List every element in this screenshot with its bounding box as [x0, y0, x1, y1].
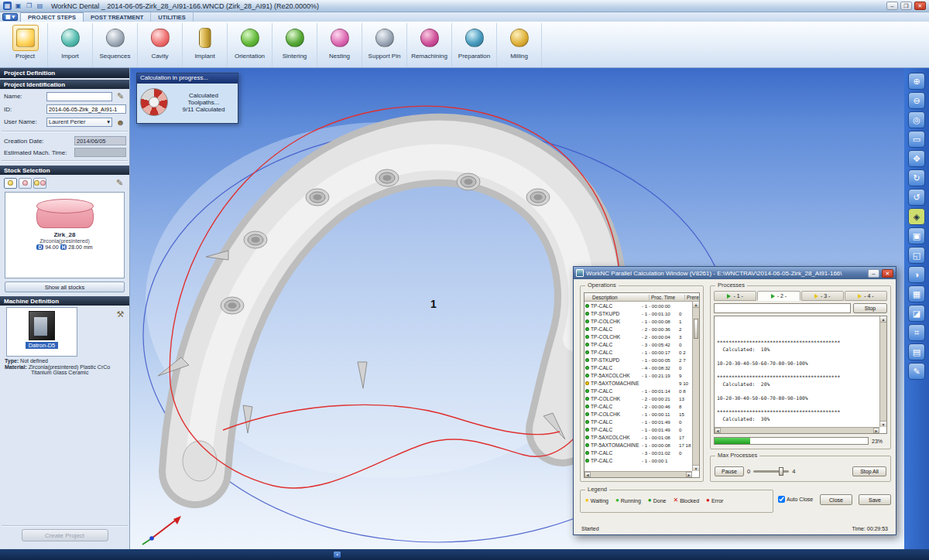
edit-id-icon[interactable]: ✎ [115, 90, 126, 102]
top-view-icon[interactable]: ▣ [908, 227, 925, 244]
id-input[interactable] [46, 104, 126, 114]
operations-hscrollbar[interactable]: ◄► [584, 471, 692, 477]
user-icon[interactable]: ☻ [115, 116, 126, 128]
operation-row[interactable]: TP-STKUPD - 1 - 00:01:10 0 [584, 309, 692, 317]
ribbon-remachining-button[interactable]: Remachining [407, 23, 452, 67]
machine-preview[interactable]: Datron-D5 [6, 307, 77, 357]
operation-row[interactable]: TP-5AXCOLCHK - 1 - 00:21:19 9 [584, 371, 692, 379]
process-command-input[interactable] [714, 303, 851, 313]
pan-icon[interactable]: ✥ [908, 150, 925, 167]
ribbon-sequences-button[interactable]: Sequences [93, 23, 138, 67]
stock-type-3-button[interactable] [33, 178, 46, 189]
ribbon-import-button[interactable]: Import [48, 23, 93, 67]
machine-image [29, 311, 55, 340]
process-tab-1[interactable]: - 1 - [714, 291, 756, 301]
close-dialog-button[interactable]: Close [820, 494, 852, 505]
show-all-stocks-button[interactable]: Show all stocks [5, 282, 125, 292]
measure-icon[interactable]: ⌗ [908, 324, 925, 341]
operation-row[interactable]: TP-CALC - 1 - 00:00:00 [584, 302, 692, 309]
process-tab-3[interactable]: - 3 - [801, 291, 844, 301]
tab-post-treatment[interactable]: POST TREATMENT [84, 12, 151, 22]
stock-type-1-button[interactable] [4, 178, 17, 189]
wireframe-view-icon[interactable]: ▦ [908, 285, 925, 302]
stop-all-button[interactable]: Stop All [852, 466, 886, 476]
operations-scrollbar[interactable]: ▲▼ [692, 302, 699, 471]
pause-button[interactable]: Pause [715, 466, 744, 476]
quick-access-icon-2[interactable]: ▤ [36, 2, 44, 10]
grid-icon[interactable]: ▤ [908, 343, 925, 360]
quick-access-icon[interactable]: ❐ [25, 2, 33, 10]
operation-row[interactable]: TP-CALC - 1 - 00:00:1 [584, 456, 692, 464]
zoom-in-icon[interactable]: ⊕ [908, 73, 925, 90]
stock-preview[interactable]: Zirk_28 Zirconia(presintered) D 94.00 H … [5, 192, 125, 278]
user-name-select[interactable]: Laurent Perier▾ [46, 118, 112, 127]
console-scrollbar[interactable]: ▲▼ [879, 316, 886, 427]
ribbon-nesting-button[interactable]: Nesting [317, 23, 362, 67]
slider-thumb[interactable] [779, 467, 783, 476]
create-project-button[interactable]: Create Project [22, 529, 108, 541]
ribbon-orientation-button[interactable]: Orientation [228, 23, 273, 67]
operation-row[interactable]: TP-5AXTOMACHINE 9 10 [584, 379, 692, 387]
name-input[interactable] [46, 92, 112, 101]
stop-button[interactable]: Stop [853, 303, 887, 313]
save-button[interactable]: Save [859, 494, 891, 505]
operation-row[interactable]: TP-5AXCOLCHK - 1 - 00:01:08 17 [584, 433, 692, 441]
section-view-icon[interactable]: ◪ [908, 305, 925, 322]
save-icon[interactable]: ▣ [14, 2, 22, 10]
app-menu-button[interactable]: ▦ ▾ [2, 13, 18, 21]
operation-row[interactable]: TP-CALC - 3 - 00:05:42 0 [584, 340, 692, 348]
ribbon-implant-button[interactable]: Implant [183, 23, 228, 67]
operation-row[interactable]: TP-5AXTOMACHINE - 1 - 00:00:08 17 18 [584, 441, 692, 449]
maximize-button[interactable]: ❐ [900, 2, 912, 10]
shaded-view-icon[interactable]: ◑ [908, 266, 925, 283]
stock-type-2-button[interactable] [19, 178, 32, 189]
operation-row[interactable]: TP-COLCHK - 2 - 00:00:04 3 [584, 333, 692, 340]
close-button[interactable]: ✕ [914, 2, 926, 10]
operation-row[interactable]: TP-CALC - 4 - 00:08:32 0 [584, 364, 692, 371]
column-header[interactable]: Prerec [685, 295, 699, 300]
operation-row[interactable]: TP-CALC - 1 - 00:01:14 0 8 [584, 387, 692, 394]
calc-window-titlebar[interactable]: WorkNC Parallel Calculation Window (V826… [574, 267, 896, 279]
annotate-icon[interactable]: ✎ [908, 363, 925, 380]
operation-row[interactable]: TP-CALC - 2 - 00:00:46 8 [584, 402, 692, 410]
operation-row[interactable]: TP-STKUPD - 1 - 00:00:05 2 7 [584, 356, 692, 364]
column-header[interactable]: Proc. Time [650, 295, 685, 300]
front-view-icon[interactable]: ◱ [908, 247, 925, 264]
ribbon-sintering-button[interactable]: Sintering [273, 23, 317, 67]
operation-row[interactable]: TP-CALC - 2 - 00:00:36 2 [584, 325, 692, 333]
stock-edit-icon[interactable]: ✎ [114, 177, 125, 189]
taskbar-app-icon[interactable]: ▪ [333, 551, 341, 558]
ribbon-project-button[interactable]: Project [3, 23, 48, 67]
operation-row[interactable]: TP-CALC - 1 - 00:01:49 0 [584, 418, 692, 425]
column-header[interactable]: Description [584, 295, 650, 300]
ribbon-milling-button[interactable]: Milling [497, 23, 542, 67]
tab-utilities[interactable]: UTILITIES [151, 12, 193, 22]
ribbon-preparation-button[interactable]: Preparation [452, 23, 497, 67]
ribbon-support-pin-button[interactable]: Support Pin [362, 23, 407, 67]
calc-minimize-button[interactable]: – [868, 269, 879, 278]
auto-close-input[interactable] [778, 496, 785, 503]
operation-row[interactable]: TP-CALC - 1 - 00:01:49 0 [584, 425, 692, 433]
tab-project-steps[interactable]: PROJECT STEPS [20, 12, 84, 22]
previous-view-icon[interactable]: ↺ [908, 189, 925, 206]
zoom-out-icon[interactable]: ⊖ [908, 92, 925, 109]
minimize-button[interactable]: – [886, 2, 898, 10]
operation-row[interactable]: TP-CALC - 1 - 00:00:17 0 2 [584, 348, 692, 356]
operation-row[interactable]: TP-COLCHK - 2 - 00:00:21 13 [584, 394, 692, 402]
process-tab-2[interactable]: - 2 - [757, 291, 800, 301]
calc-close-button[interactable]: ✕ [882, 269, 893, 278]
app-icon[interactable]: ▦ [3, 2, 12, 10]
operation-row[interactable]: TP-COLCHK - 1 - 00:00:11 15 [584, 410, 692, 418]
operation-row[interactable]: TP-COLCHK - 1 - 00:00:08 1 [584, 317, 692, 325]
ribbon-cavity-button[interactable]: Cavity [138, 23, 183, 67]
operation-row[interactable]: TP-CALC - 3 - 00:01:02 0 [584, 449, 692, 456]
process-tab-4[interactable]: - 4 - [845, 291, 887, 301]
machine-edit-icon[interactable]: ⚒ [115, 309, 126, 320]
rotate-view-icon[interactable]: ↻ [908, 169, 925, 186]
iso-view-icon[interactable]: ◈ [908, 208, 925, 225]
console-hscrollbar[interactable]: ◄► [715, 427, 879, 433]
zoom-window-icon[interactable]: ▭ [908, 131, 925, 148]
max-processes-slider[interactable] [753, 466, 789, 476]
auto-close-checkbox[interactable]: Auto Close [778, 496, 813, 503]
zoom-fit-icon[interactable]: ◎ [908, 111, 925, 128]
